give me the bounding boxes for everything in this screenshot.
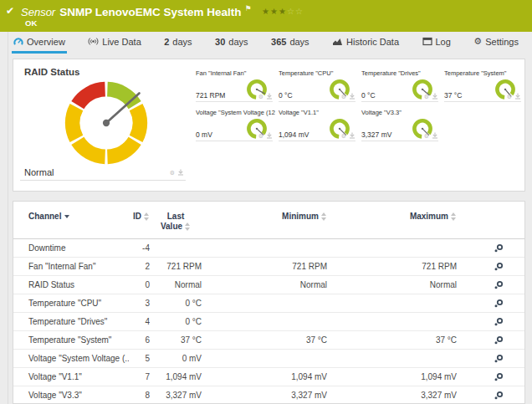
pin-icon[interactable]	[432, 132, 438, 139]
star-filled-icon[interactable]: ★	[279, 7, 287, 16]
column-header-last-value[interactable]: LastValue	[150, 208, 202, 239]
channel-id: -4	[129, 239, 150, 258]
tab-overview[interactable]: Overview	[12, 32, 67, 54]
divider	[361, 141, 438, 141]
tab-live-data[interactable]: Live Data	[86, 32, 142, 54]
column-header-id[interactable]: ID	[129, 208, 150, 239]
gauge-value: 721 RPM	[196, 91, 225, 100]
tab-unit: days	[228, 37, 248, 47]
gear-icon[interactable]: ⚙	[258, 133, 263, 139]
channel-name: Temperature "Drives"	[13, 313, 129, 331]
sensor-header: ✔ SensorSNMP LenovoEMC System Health⚑ ★★…	[0, 0, 532, 32]
tab-30-days[interactable]: 30 days	[213, 32, 250, 54]
channel-minimum	[202, 294, 327, 313]
column-header-maximum[interactable]: Maximum	[327, 208, 457, 239]
gear-icon[interactable]: ⚙	[258, 94, 263, 100]
gauge-value: 3,327 mV	[361, 130, 391, 139]
table-header-row: Channel ID LastValue Minimum Maximum	[13, 208, 524, 239]
column-header-channel[interactable]: Channel	[13, 208, 129, 239]
tab-label: Log	[436, 37, 451, 47]
channel-last-value	[150, 239, 202, 258]
channel-id: 8	[129, 386, 150, 404]
channel-settings-icon[interactable]	[493, 243, 504, 253]
channel-name: Temperature "System"	[13, 331, 129, 350]
channel-settings-icon[interactable]	[493, 299, 504, 309]
gauge-value: 37 °C	[444, 91, 462, 100]
table-row-raid-status: RAID Status 0 Normal Normal Normal	[13, 276, 524, 294]
channel-name: RAID Status	[13, 276, 129, 294]
channel-maximum	[327, 313, 457, 331]
column-header-minimum[interactable]: Minimum	[202, 208, 327, 239]
channel-minimum: 721 RPM	[202, 258, 327, 276]
gear-icon[interactable]: ⚙	[507, 94, 512, 100]
broadcast-icon	[88, 37, 99, 46]
channel-settings-icon[interactable]	[493, 335, 504, 345]
tab-settings[interactable]: ⚙ Settings	[472, 32, 520, 54]
star-filled-icon[interactable]: ★	[262, 7, 270, 16]
tab-label: Overview	[27, 37, 65, 47]
gauge-tile-temperature-cpu: Temperature "CPU" 0 °C ⚙	[279, 69, 358, 107]
tab-365-days[interactable]: 365 days	[269, 32, 311, 54]
table-row-voltage-v1-1: Voltage "V1.1" 7 1,094 mV 1,094 mV 1,094…	[13, 368, 524, 386]
gear-icon[interactable]: ⚙	[424, 94, 429, 100]
pin-icon[interactable]	[266, 93, 273, 100]
log-icon	[422, 37, 432, 46]
tab-label: Settings	[485, 37, 519, 47]
channel-id: 0	[129, 276, 150, 294]
page-left-divider	[8, 32, 8, 404]
tab-historic-data[interactable]: Historic Data	[330, 32, 401, 54]
star-empty-icon[interactable]: ☆	[295, 7, 304, 16]
divider	[196, 141, 273, 141]
sort-icon	[144, 212, 150, 221]
historic-chart-icon	[332, 37, 343, 46]
table-row-temperature-system: Temperature "System" 6 37 °C 37 °C 37 °C	[13, 331, 524, 350]
gear-icon[interactable]: ⚙	[341, 94, 346, 100]
channel-maximum: Normal	[327, 276, 457, 294]
pin-icon[interactable]	[266, 132, 273, 139]
channel-name: Voltage "V1.1"	[13, 368, 129, 386]
gear-icon[interactable]: ⚙	[424, 133, 429, 139]
channel-settings-icon[interactable]	[493, 317, 504, 327]
gauge-tile-voltage-system: Voltage "System Voltage (12... 0 mV ⚙	[196, 109, 275, 146]
channel-id: 7	[129, 368, 150, 386]
star-filled-icon[interactable]: ★	[270, 7, 279, 16]
gear-icon[interactable]: ⚙	[170, 170, 175, 176]
channel-table: Channel ID LastValue Minimum Maximum Dow…	[13, 208, 524, 404]
gauge-tile-temperature-drives: Temperature "Drives" 0 °C ⚙	[361, 69, 441, 107]
channel-id: 3	[129, 294, 150, 313]
channel-settings-icon[interactable]	[493, 280, 504, 290]
pin-icon[interactable]	[177, 169, 184, 176]
channel-settings-icon[interactable]	[493, 391, 504, 401]
page-title: SNMP LenovoEMC System Health	[59, 6, 241, 18]
pin-icon[interactable]	[349, 93, 356, 100]
channel-settings-icon[interactable]	[493, 372, 504, 382]
priority-stars[interactable]: ★★★☆☆	[262, 7, 304, 16]
tab-unit: days	[289, 37, 309, 47]
sort-icon	[451, 212, 457, 221]
channel-minimum	[202, 313, 327, 331]
channel-last-value: 37 °C	[150, 331, 202, 350]
divider	[361, 101, 438, 102]
gear-icon[interactable]: ⚙	[341, 133, 346, 139]
divider	[279, 141, 356, 141]
channel-id: 6	[129, 331, 150, 350]
tab-2-days[interactable]: 2 days	[162, 32, 193, 54]
tab-log[interactable]: Log	[421, 32, 453, 54]
channel-settings-icon[interactable]	[493, 262, 504, 272]
pin-icon[interactable]	[514, 93, 521, 100]
pin-icon[interactable]	[432, 93, 438, 100]
sensor-kind-label: Sensor	[21, 6, 55, 18]
channel-name: Voltage "V3.3"	[13, 386, 129, 404]
channel-name: Temperature "CPU"	[13, 294, 129, 313]
channel-maximum	[327, 239, 457, 258]
channel-maximum: 721 RPM	[327, 258, 457, 276]
star-empty-icon[interactable]: ☆	[287, 7, 295, 16]
pin-icon[interactable]	[349, 132, 356, 139]
tab-unit: days	[172, 37, 192, 47]
channel-name: Fan "Internal Fan"	[13, 258, 129, 276]
sort-icon	[321, 212, 327, 221]
flag-icon[interactable]: ⚑	[245, 4, 252, 13]
channel-settings-icon[interactable]	[493, 354, 504, 364]
tab-label: Historic Data	[346, 37, 399, 47]
channel-maximum: 37 °C	[327, 331, 457, 350]
